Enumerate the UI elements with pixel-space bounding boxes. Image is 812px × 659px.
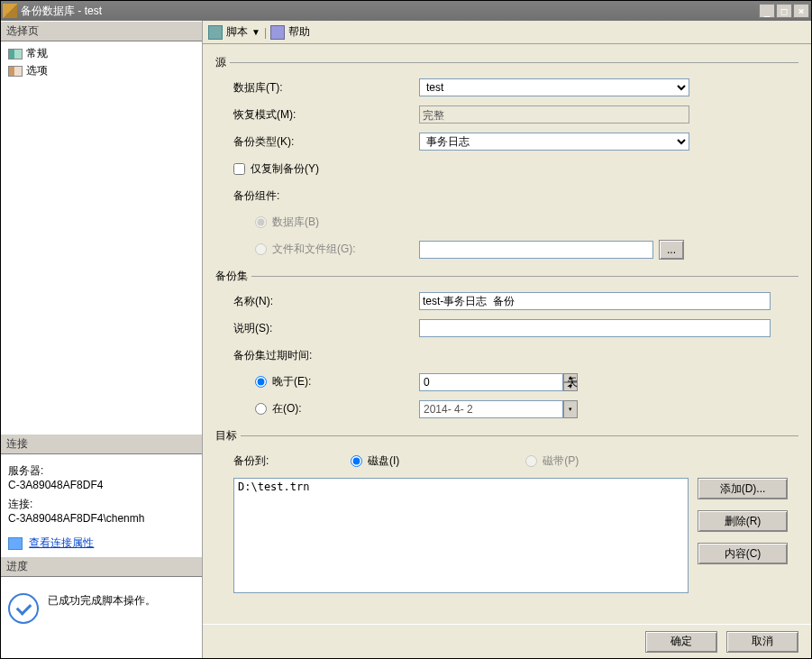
ok-button[interactable]: 确定 (645, 631, 717, 653)
main-panel: 脚本 ▼ | 帮助 源 数据库(T): test (203, 21, 811, 658)
app-icon (3, 4, 17, 18)
component-label: 备份组件: (233, 188, 419, 204)
name-input[interactable] (419, 292, 771, 310)
page-icon (8, 66, 23, 77)
database-label: 数据库(T): (233, 80, 419, 96)
connection-header: 连接 (1, 434, 202, 454)
link-label: 查看连接属性 (29, 535, 94, 551)
progress-header: 进度 (1, 556, 202, 577)
select-page-header: 选择页 (1, 21, 202, 41)
destination-list[interactable]: D:\test.trn (233, 478, 689, 593)
source-legend: 源 (215, 55, 226, 70)
server-value: C-3A89048AF8DF4 (8, 479, 195, 491)
page-general[interactable]: 常规 (6, 45, 196, 62)
script-icon (208, 25, 223, 40)
cancel-button[interactable]: 取消 (726, 631, 798, 653)
backup-database-dialog: 备份数据库 - test _ □ × 选择页 常规 选项 连接 服务 (0, 0, 812, 659)
recovery-label: 恢复模式(M): (233, 107, 419, 123)
tape-input (525, 455, 537, 467)
filegroups-browse-button[interactable]: ... (659, 240, 684, 260)
backupset-legend: 备份集 (215, 269, 248, 284)
disk-input[interactable] (351, 455, 362, 467)
help-icon (270, 25, 285, 40)
titlebar-controls: _ □ × (759, 4, 809, 18)
view-connection-props[interactable]: 查看连接属性 (8, 530, 195, 551)
component-db-input (255, 216, 267, 228)
tape-radio: 磁带(P) (525, 453, 579, 469)
filegroups-field (419, 241, 653, 259)
backup-type-select[interactable]: 事务日志 (419, 133, 689, 151)
conn-label: 连接: (8, 497, 195, 512)
properties-icon (8, 537, 23, 550)
date-dropdown-icon: ▾ (563, 400, 578, 418)
component-database-radio: 数据库(B) (255, 215, 319, 230)
backup-type-label: 备份类型(K): (233, 134, 419, 150)
days-input[interactable] (419, 373, 563, 391)
backup-to-label: 备份到: (233, 453, 351, 469)
window-title: 备份数据库 - test (21, 4, 759, 19)
contents-button[interactable]: 内容(C) (698, 543, 788, 564)
destination-group: 目标 备份到: 磁盘(I) 磁带(P) (215, 428, 798, 593)
copy-only-input[interactable] (233, 163, 245, 175)
expire-after-input[interactable] (255, 376, 267, 388)
disk-radio[interactable]: 磁盘(I) (351, 453, 399, 469)
page-label: 选项 (26, 63, 48, 78)
add-button[interactable]: 添加(D)... (698, 478, 788, 499)
page-icon (8, 49, 23, 59)
backupset-group: 备份集 名称(N): 说明(S): 备份集过期时间: (215, 269, 798, 419)
source-group: 源 数据库(T): test 恢复模式(M): (215, 55, 798, 260)
copy-only-checkbox[interactable]: 仅复制备份(Y) (233, 161, 319, 177)
script-button[interactable]: 脚本 (226, 24, 248, 40)
minimize-button[interactable]: _ (759, 4, 775, 18)
progress-panel: 已成功完成脚本操作。 (1, 577, 202, 658)
success-icon (8, 593, 39, 624)
desc-label: 说明(S): (233, 321, 419, 336)
connection-panel: 服务器: C-3A89048AF8DF4 连接: C-3A89048AF8DF4… (1, 454, 202, 556)
days-spinner[interactable]: ▲ ▼ (419, 373, 554, 391)
expire-on-radio[interactable]: 在(O): (255, 401, 302, 416)
toolbar: 脚本 ▼ | 帮助 (203, 21, 811, 44)
expire-label: 备份集过期时间: (233, 348, 419, 363)
date-input (419, 400, 563, 418)
close-button[interactable]: × (793, 4, 809, 18)
expire-on-input[interactable] (255, 403, 267, 415)
desc-input[interactable] (419, 319, 771, 337)
recovery-value: 完整 (419, 105, 689, 124)
component-files-input (255, 243, 267, 255)
form-area: 源 数据库(T): test 恢复模式(M): (203, 44, 811, 624)
date-picker: ▾ (419, 400, 554, 418)
script-dropdown[interactable]: ▼ (251, 27, 260, 37)
progress-text: 已成功完成脚本操作。 (48, 593, 156, 609)
server-label: 服务器: (8, 463, 195, 479)
name-label: 名称(N): (233, 294, 419, 309)
titlebar: 备份数据库 - test _ □ × (1, 1, 811, 21)
sidebar: 选择页 常规 选项 连接 服务器: C-3A89048AF8DF4 连接: C-… (1, 21, 203, 658)
destination-path[interactable]: D:\test.trn (238, 481, 684, 493)
maximize-button[interactable]: □ (776, 4, 792, 18)
conn-value: C-3A89048AF8DF4\chenmh (8, 512, 195, 525)
dialog-footer: 确定 取消 (203, 624, 811, 658)
dialog-body: 选择页 常规 选项 连接 服务器: C-3A89048AF8DF4 连接: C-… (1, 21, 811, 658)
expire-after-radio[interactable]: 晚于(E): (255, 374, 311, 389)
component-files-radio: 文件和文件组(G): (255, 242, 356, 257)
page-tree: 常规 选项 (1, 41, 202, 83)
remove-button[interactable]: 删除(R) (698, 510, 788, 532)
page-label: 常规 (26, 46, 48, 61)
page-options[interactable]: 选项 (6, 62, 196, 79)
days-unit: 天 (567, 375, 578, 390)
database-select[interactable]: test (419, 78, 689, 96)
destination-legend: 目标 (215, 428, 237, 444)
help-button[interactable]: 帮助 (288, 24, 310, 40)
